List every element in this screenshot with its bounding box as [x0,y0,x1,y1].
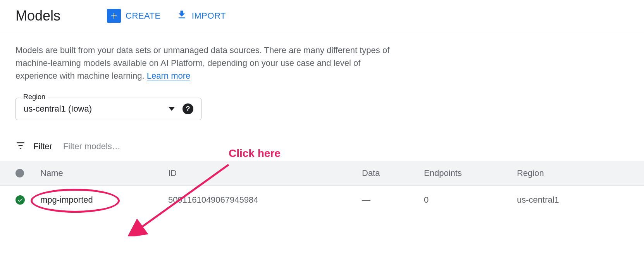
table-header-row: Name ID Data Endpoints Region [0,161,644,186]
cell-region: us-central1 [509,186,644,215]
import-icon [176,9,187,22]
filter-label: Filter [33,141,52,152]
filter-section: Filter [0,132,644,161]
learn-more-link[interactable]: Learn more [147,71,191,81]
import-label: IMPORT [192,11,226,21]
column-data[interactable]: Data [354,161,416,186]
column-status [0,161,33,186]
column-endpoints[interactable]: Endpoints [416,161,509,186]
check-icon [15,195,25,205]
filter-row: Filter [15,132,629,161]
import-button[interactable]: IMPORT [176,9,226,22]
region-value: us-central1 (Iowa) [24,104,161,114]
models-table: Name ID Data Endpoints Region [0,161,644,214]
header-bar: Models CREATE IMPORT [0,0,644,32]
cell-endpoints: 0 [416,186,509,215]
region-selector[interactable]: Region us-central1 (Iowa) ? [15,98,201,120]
create-label: CREATE [126,11,161,21]
status-dot-icon [15,169,24,177]
filter-icon [15,141,26,152]
filter-input[interactable] [60,140,176,153]
column-name[interactable]: Name [33,161,160,186]
create-button[interactable]: CREATE [107,9,161,23]
description-text: Models are built from your data sets or … [15,44,403,82]
page-title: Models [15,8,60,24]
cell-name[interactable]: mpg-imported [33,186,160,215]
cell-id: 5091161049067945984 [160,186,354,215]
column-region[interactable]: Region [509,161,644,186]
chevron-down-icon [169,107,175,111]
plus-icon [107,9,121,23]
help-icon[interactable]: ? [183,103,193,114]
table-section: Name ID Data Endpoints Region [0,161,644,214]
region-label: Region [21,93,48,101]
content-area: Models are built from your data sets or … [0,32,644,214]
cell-data: — [354,186,416,215]
model-name-link[interactable]: mpg-imported [40,195,93,205]
table-row[interactable]: mpg-imported 5091161049067945984 — 0 us-… [0,186,644,215]
column-id[interactable]: ID [160,161,354,186]
cell-status [0,186,33,215]
